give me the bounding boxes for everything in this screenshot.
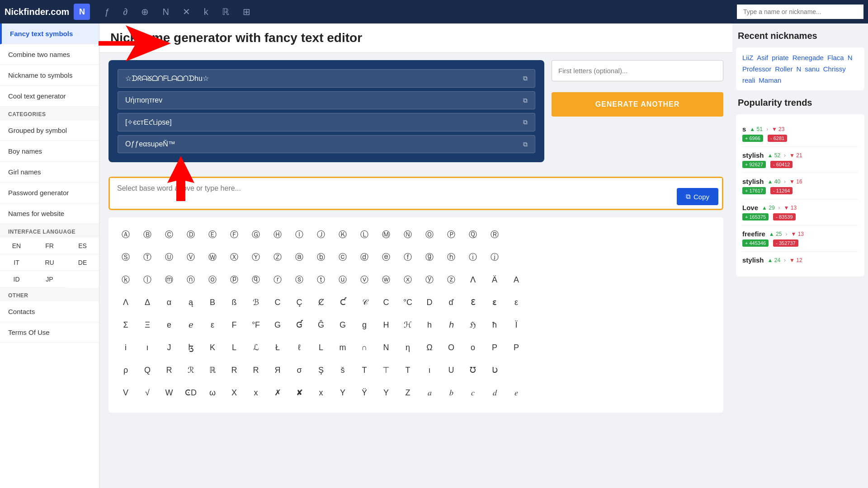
- symbol-item-7-14[interactable]: 𝑎: [420, 383, 439, 403]
- symbol-item-1-6[interactable]: Ⓨ: [246, 247, 266, 267]
- symbol-item-1-4[interactable]: Ⓦ: [203, 247, 222, 267]
- symbol-item-1-14[interactable]: ⓖ: [420, 247, 439, 267]
- symbol-item-3-9[interactable]: Ȼ: [311, 292, 331, 312]
- symbol-item-1-1[interactable]: Ⓣ: [137, 247, 157, 267]
- symbol-item-3-11[interactable]: 𝒞: [354, 292, 374, 312]
- symbol-item-2-15[interactable]: ⓩ: [441, 270, 461, 290]
- trend-name-0[interactable]: s: [742, 125, 746, 133]
- symbol-item-0-15[interactable]: Ⓟ: [441, 225, 461, 244]
- symbol-item-7-3[interactable]: ϾD: [181, 383, 201, 403]
- symbol-item-5-4[interactable]: K: [203, 338, 222, 357]
- symbol-item-3-17[interactable]: ɛ: [485, 292, 505, 312]
- symbol-item-0-12[interactable]: Ⓜ: [376, 225, 396, 244]
- symbol-item-2-6[interactable]: ⓠ: [246, 270, 266, 290]
- symbol-item-0-2[interactable]: Ⓒ: [159, 225, 179, 244]
- generate-button[interactable]: GENERATE ANOTHER: [552, 92, 723, 117]
- symbol-item-1-17[interactable]: ⓙ: [485, 247, 505, 267]
- symbol-item-6-2[interactable]: R: [159, 360, 179, 380]
- lang-de[interactable]: DE: [66, 254, 99, 271]
- copy-icon-1[interactable]: ⧉: [523, 97, 528, 104]
- symbol-item-0-5[interactable]: Ⓕ: [224, 225, 244, 244]
- nickname-tag-4[interactable]: Flaca: [827, 54, 844, 61]
- nickname-tag-2[interactable]: priate: [772, 54, 789, 61]
- lang-ru[interactable]: RU: [33, 254, 66, 271]
- symbol-item-0-17[interactable]: Ⓡ: [485, 225, 505, 244]
- lang-it[interactable]: IT: [0, 254, 33, 271]
- symbol-item-3-14[interactable]: D: [420, 292, 439, 312]
- symbol-item-1-3[interactable]: Ⓥ: [181, 247, 201, 267]
- symbol-item-4-10[interactable]: G: [333, 315, 353, 335]
- symbol-item-2-17[interactable]: Ä: [485, 270, 505, 290]
- symbol-item-4-5[interactable]: F: [224, 315, 244, 335]
- symbol-item-1-11[interactable]: ⓓ: [354, 247, 374, 267]
- symbol-item-6-4[interactable]: ℝ: [203, 360, 222, 380]
- symbol-item-4-17[interactable]: ħ: [485, 315, 505, 335]
- sidebar-item-password-generator[interactable]: Password generator: [0, 183, 99, 203]
- symbol-item-5-5[interactable]: L: [224, 338, 244, 357]
- symbol-item-7-16[interactable]: 𝑐: [463, 383, 483, 403]
- symbol-item-0-10[interactable]: Ⓚ: [333, 225, 353, 244]
- symbol-item-6-11[interactable]: T: [354, 360, 374, 380]
- symbol-item-1-7[interactable]: Ⓩ: [268, 247, 288, 267]
- nickname-tag-12[interactable]: Maman: [759, 76, 781, 84]
- symbol-item-4-0[interactable]: Σ: [116, 315, 136, 335]
- symbol-item-4-14[interactable]: h: [420, 315, 439, 335]
- nickname-tag-9[interactable]: sanu: [805, 65, 820, 73]
- symbol-item-7-15[interactable]: 𝑏: [441, 383, 461, 403]
- symbol-item-4-3[interactable]: ℯ: [181, 315, 201, 335]
- nickname-tag-0[interactable]: LiiZ: [742, 54, 753, 61]
- symbol-item-6-16[interactable]: Ʊ: [463, 360, 483, 380]
- symbol-item-2-0[interactable]: ⓚ: [116, 270, 136, 290]
- symbol-item-7-4[interactable]: ω: [203, 383, 222, 403]
- symbol-item-7-1[interactable]: √: [137, 383, 157, 403]
- sidebar-item-contacts[interactable]: Contacts: [0, 301, 99, 322]
- nickname-tag-1[interactable]: Asif: [757, 54, 768, 61]
- symbol-item-5-2[interactable]: J: [159, 338, 179, 357]
- symbol-item-5-15[interactable]: Ο: [441, 338, 461, 357]
- symbol-item-1-0[interactable]: Ⓢ: [116, 247, 136, 267]
- symbol-item-1-13[interactable]: ⓕ: [398, 247, 418, 267]
- symbol-item-0-6[interactable]: Ⓖ: [246, 225, 266, 244]
- symbol-item-0-16[interactable]: Ⓠ: [463, 225, 483, 244]
- symbol-item-5-16[interactable]: ο: [463, 338, 483, 357]
- sidebar-item-grouped-by-symbol[interactable]: Grouped by symbol: [0, 120, 99, 141]
- symbol-item-7-2[interactable]: W: [159, 383, 179, 403]
- symbol-item-5-10[interactable]: m: [333, 338, 353, 357]
- nickname-tag-5[interactable]: N: [848, 54, 853, 61]
- symbol-item-2-10[interactable]: ⓤ: [333, 270, 353, 290]
- symbol-item-3-7[interactable]: C: [268, 292, 288, 312]
- symbol-item-1-10[interactable]: ⓒ: [333, 247, 353, 267]
- symbol-item-3-0[interactable]: Λ: [116, 292, 136, 312]
- symbol-item-4-11[interactable]: g: [354, 315, 374, 335]
- symbol-item-2-11[interactable]: ⓥ: [354, 270, 374, 290]
- symbol-item-2-13[interactable]: ⓧ: [398, 270, 418, 290]
- symbol-item-5-17[interactable]: P: [485, 338, 505, 357]
- nickname-tag-3[interactable]: Renegade: [793, 54, 824, 61]
- symbol-item-3-16[interactable]: Ɛ: [463, 292, 483, 312]
- text-editor-input[interactable]: [110, 178, 722, 207]
- symbol-item-0-8[interactable]: Ⓘ: [289, 225, 309, 244]
- sidebar-item-cool-text-generator[interactable]: Cool text generator: [0, 86, 99, 107]
- symbol-item-6-1[interactable]: Q: [137, 360, 157, 380]
- symbol-item-5-8[interactable]: ℓ: [289, 338, 309, 357]
- lang-id[interactable]: ID: [0, 271, 33, 288]
- symbol-item-4-7[interactable]: G: [268, 315, 288, 335]
- symbol-item-4-4[interactable]: ε: [203, 315, 222, 335]
- copy-button[interactable]: ⧉ Copy: [677, 188, 718, 205]
- trend-name-1[interactable]: stylish: [742, 151, 764, 159]
- copy-icon-3[interactable]: ⧉: [523, 141, 528, 148]
- symbol-item-6-14[interactable]: ι: [420, 360, 439, 380]
- symbol-item-2-16[interactable]: Ʌ: [463, 270, 483, 290]
- symbol-item-4-9[interactable]: Ĝ: [311, 315, 331, 335]
- symbol-item-2-7[interactable]: ⓡ: [268, 270, 288, 290]
- symbol-item-1-15[interactable]: ⓗ: [441, 247, 461, 267]
- symbol-item-0-9[interactable]: Ⓙ: [311, 225, 331, 244]
- symbol-item-4-1[interactable]: Ξ: [137, 315, 157, 335]
- nickname-tag-7[interactable]: Roller: [775, 65, 793, 73]
- trend-name-2[interactable]: stylish: [742, 178, 764, 185]
- symbol-item-2-2[interactable]: ⓜ: [159, 270, 179, 290]
- symbol-item-3-12[interactable]: C: [376, 292, 396, 312]
- copy-icon-2[interactable]: ⧉: [523, 118, 528, 126]
- symbol-item-5-1[interactable]: ı: [137, 338, 157, 357]
- symbol-item-4-6[interactable]: °F: [246, 315, 266, 335]
